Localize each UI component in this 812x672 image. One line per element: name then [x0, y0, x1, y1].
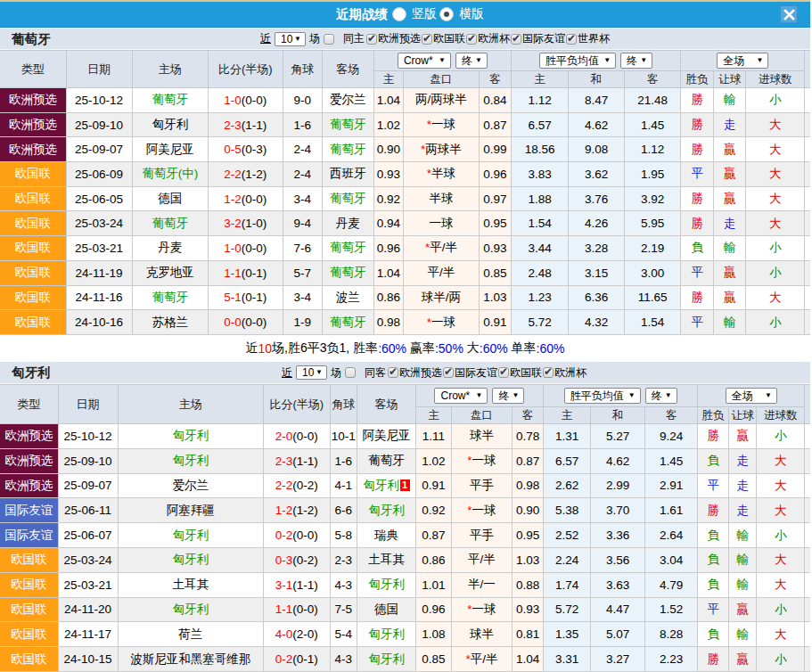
league-filter-checkbox[interactable] — [511, 34, 521, 45]
cell-handicap-home-odds: 0.86 — [373, 285, 403, 310]
titlebar: 近期战绩 竖版 横版 — [0, 2, 810, 28]
away-team-name: 丹麦 — [336, 217, 360, 230]
cell-result: 負 — [698, 622, 729, 647]
fulltime-score: 3-1 — [275, 578, 293, 592]
fulltime-score: 0-0 — [224, 316, 242, 329]
league-filter-checkbox[interactable] — [466, 34, 477, 45]
cell-handicap-away-odds: 0.87 — [479, 112, 511, 137]
league-filter-checkbox[interactable] — [366, 34, 377, 45]
cell-result: 負 — [681, 236, 714, 261]
cell-away-team: 瑞典 — [357, 523, 415, 548]
cell-home-team: 德国 — [132, 186, 208, 211]
cell-goals-result: 小 — [746, 310, 805, 335]
sub-header-8: 进球数 — [746, 71, 805, 88]
same-venue-checkbox[interactable] — [324, 34, 334, 45]
league-filter-checkbox[interactable] — [388, 367, 398, 378]
scope-select[interactable]: 全场▼ — [726, 388, 777, 404]
odds-company-select[interactable]: Crow*▼ — [398, 53, 451, 69]
euro-mode-select[interactable]: 胜平负均值▼ — [564, 388, 641, 404]
cell-handicap: 平手 — [451, 523, 512, 548]
cell-score: 0-2(0-1) — [263, 647, 330, 672]
sub-header-7: 让球 — [729, 407, 757, 424]
header-row-groups: 类型日期主场比分(半场)角球客场Crow*▼终▼胜平负均值▼终▼全场▼ — [0, 385, 811, 407]
fulltime-score: 0-2 — [275, 652, 293, 666]
recent-label: 近 — [260, 31, 271, 46]
league-filter-label: 欧国联 — [510, 365, 542, 381]
cell-draw-odds: 6.36 — [569, 285, 625, 310]
chevron-down-icon: ▼ — [476, 392, 483, 399]
cell-home-team: 荷兰 — [118, 622, 263, 647]
odds-time-select[interactable]: 终▼ — [455, 53, 488, 69]
cell-date: 25-10-12 — [58, 424, 118, 449]
cell-away-team: 葡萄牙 — [357, 448, 415, 473]
handicap-text: 一球 — [472, 504, 496, 517]
match-count-select[interactable]: 10▼ — [275, 32, 306, 46]
summary-segment: :60% — [537, 341, 565, 356]
cell-goals-result: 小 — [757, 597, 805, 622]
cell-away-team: 葡萄牙 — [322, 260, 373, 285]
cell-league-type: 欧洲预选 — [0, 424, 58, 449]
cell-date: 24-11-20 — [58, 597, 118, 622]
cell-handicap: *平/半 — [403, 236, 479, 261]
home-team-name: 匈牙利 — [172, 602, 209, 616]
match-count-select[interactable]: 10▼ — [296, 365, 327, 380]
cell-draw-odds: 3.62 — [569, 162, 625, 187]
cell-draw-odds: 3.15 — [569, 260, 625, 285]
fulltime-score: 1-0 — [224, 242, 242, 255]
cell-away-team: 匈牙利 — [357, 498, 415, 523]
handicap-text: 半球 — [431, 167, 455, 180]
close-button[interactable] — [780, 5, 798, 23]
league-filter-checkbox[interactable] — [422, 34, 432, 45]
cell-handicap-home-odds: 1.08 — [415, 622, 451, 647]
cell-win-odds: 1.23 — [512, 285, 569, 310]
cell-handicap-home-odds: 0.98 — [373, 310, 403, 335]
cell-handicap-home-odds: 0.90 — [373, 137, 403, 162]
sub-header-2: 客 — [513, 407, 544, 424]
horizontal-layout-label[interactable]: 横版 — [459, 6, 484, 22]
horizontal-layout-radio[interactable] — [439, 7, 454, 21]
odds-company-value: Crow* — [440, 389, 470, 402]
cell-goals-result: 大 — [757, 448, 805, 473]
close-icon — [783, 9, 795, 20]
cell-league-type: 欧洲预选 — [0, 473, 58, 498]
vertical-layout-label[interactable]: 竖版 — [412, 6, 437, 22]
summary-row: 近10场,胜6平3负1, 胜率:60% 赢率:50% 大:60% 单率:60% — [0, 335, 810, 362]
cell-result: 負 — [698, 547, 729, 572]
cell-corners: 10-1 — [330, 424, 357, 449]
cell-result: 勝 — [681, 211, 714, 236]
cell-away-team: 西班牙 — [322, 162, 373, 187]
league-filter-checkbox[interactable] — [498, 367, 509, 378]
euro-time-select[interactable]: 终▼ — [620, 53, 652, 69]
cell-lose-odds: 1.12 — [625, 137, 681, 162]
league-filter-checkbox[interactable] — [543, 367, 554, 378]
away-team-name: 匈牙利 — [368, 627, 405, 641]
cell-away-team: 葡萄牙 — [322, 186, 373, 211]
league-filter-checkbox[interactable] — [566, 34, 577, 45]
cell-win-odds: 2.24 — [544, 547, 591, 572]
cell-draw-odds: 2.99 — [591, 473, 645, 498]
cell-result: 勝 — [698, 647, 729, 672]
odds-company-select[interactable]: Crow*▼ — [434, 388, 488, 404]
cell-win-odds: 6.57 — [544, 448, 591, 473]
cell-draw-odds: 3.63 — [591, 572, 645, 597]
match-row: 欧洲预选25-09-10匈牙利2-3(1-1)1-6葡萄牙1.02*一球0.87… — [0, 448, 811, 473]
euro-time-select[interactable]: 终▼ — [645, 388, 677, 404]
sub-header-2: 客 — [479, 71, 511, 88]
euro-mode-select[interactable]: 胜平负均值▼ — [539, 53, 616, 69]
cell-league-type: 欧国联 — [0, 597, 58, 622]
cell-date: 25-09-07 — [66, 137, 132, 162]
same-venue-checkbox[interactable] — [345, 367, 356, 378]
matches-label: 场 — [331, 365, 341, 381]
vertical-layout-radio[interactable] — [392, 7, 406, 21]
odds-time-select[interactable]: 终▼ — [492, 388, 524, 404]
summary-segment: 10 — [258, 341, 273, 356]
cell-win-odds: 1.31 — [544, 424, 591, 449]
cell-score: 3-2(1-0) — [208, 211, 283, 236]
cell-goals-result: 大 — [746, 112, 805, 137]
cell-goals-result: 大 — [746, 186, 805, 211]
cell-score: 2-2(1-2) — [208, 162, 283, 187]
cell-goals-result: 大 — [746, 211, 805, 236]
cell-home-team: 匈牙利 — [118, 448, 263, 473]
scope-select[interactable]: 全场▼ — [717, 53, 768, 69]
league-filter-checkbox[interactable] — [443, 367, 454, 378]
